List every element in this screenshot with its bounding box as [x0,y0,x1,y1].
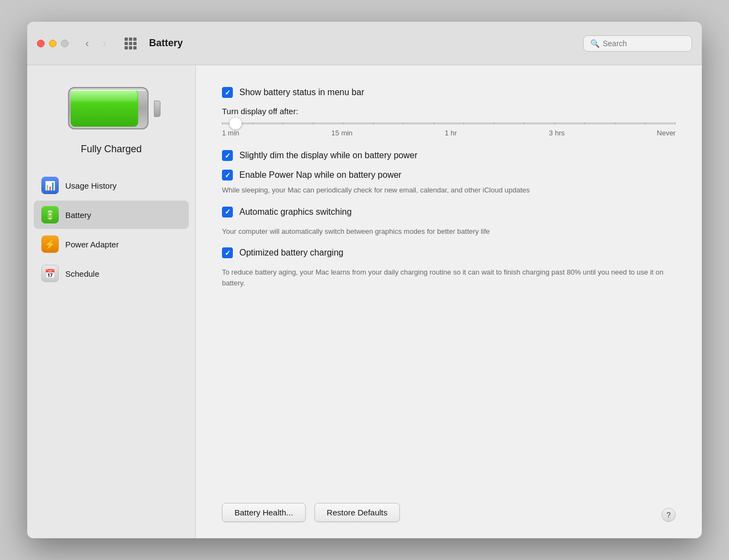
schedule-icon: 📅 [41,265,59,282]
titlebar: ‹ › Battery 🔍 [27,22,702,65]
restore-defaults-button[interactable]: Restore Defaults [314,503,400,522]
auto-graphics-row: Automatic graphics switching [222,207,676,217]
display-off-section: Turn display off after: [222,107,676,137]
search-icon: 🔍 [590,39,600,48]
slider-label-3hrs: 3 hrs [549,129,565,137]
power-adapter-label: Power Adapter [65,240,119,249]
close-button[interactable] [37,40,45,47]
main-window: ‹ › Battery 🔍 [27,22,702,538]
forward-icon: › [103,37,107,49]
buttons-row: Battery Health... Restore Defaults [222,503,400,522]
maximize-button[interactable] [61,40,69,47]
nav-buttons: ‹ › [79,36,112,51]
bottom-area: Battery Health... Restore Defaults ? [222,492,676,522]
grid-icon [125,38,137,49]
auto-graphics-label: Automatic graphics switching [239,207,351,217]
show-battery-status-row: Show battery status in menu bar [222,87,676,98]
back-button[interactable]: ‹ [79,36,95,51]
display-off-slider-container [222,122,676,125]
auto-graphics-checkbox[interactable] [222,207,233,217]
search-box[interactable]: 🔍 [583,35,692,52]
forward-button[interactable]: › [97,36,112,51]
optimized-charging-checkbox[interactable] [222,247,233,258]
main-content: Fully Charged 📊 Usage History 🔋 Battery [27,65,702,538]
sidebar-item-power-adapter[interactable]: ⚡ Power Adapter [34,230,189,258]
slider-label-15min: 15 min [331,129,353,137]
search-input[interactable] [603,39,679,48]
optimized-charging-label: Optimized battery charging [239,248,343,258]
sidebar-item-battery[interactable]: 🔋 Battery [34,201,189,229]
sidebar-item-usage-history[interactable]: 📊 Usage History [34,171,189,200]
slider-labels: 1 min 15 min 1 hr 3 hrs Never [222,129,676,137]
usage-history-label: Usage History [65,181,116,190]
battery-nav-icon: 🔋 [41,206,59,223]
optimized-charging-row: Optimized battery charging [222,247,676,258]
show-battery-status-checkbox[interactable] [222,87,233,98]
optimized-charging-description: To reduce battery aging, your Mac learns… [222,267,676,288]
back-icon: ‹ [85,37,89,49]
power-nap-description: While sleeping, your Mac can periodicall… [222,185,676,196]
display-off-slider-track [222,122,676,125]
slider-ticks [222,122,676,125]
battery-illustration [68,87,155,130]
right-panel: Show battery status in menu bar Turn dis… [196,65,702,538]
sidebar-item-schedule[interactable]: 📅 Schedule [34,259,189,288]
page-title: Battery [149,38,577,49]
auto-graphics-description: Your computer will automatically switch … [222,226,676,237]
slider-label-never: Never [657,129,676,137]
slightly-dim-label: Slightly dim the display while on batter… [239,151,417,160]
sidebar: Fully Charged 📊 Usage History 🔋 Battery [27,65,196,538]
power-nap-row: Enable Power Nap while on battery power [222,170,676,181]
display-off-label: Turn display off after: [222,107,676,116]
battery-icon [68,87,155,130]
display-off-slider-thumb[interactable] [230,117,242,129]
schedule-label: Schedule [65,269,100,278]
power-nap-checkbox[interactable] [222,170,233,181]
usage-history-icon: 📊 [41,177,59,194]
slider-label-1hr: 1 hr [444,129,456,137]
slider-label-1min: 1 min [222,129,239,137]
show-battery-status-label: Show battery status in menu bar [239,88,364,97]
sidebar-nav: 📊 Usage History 🔋 Battery ⚡ Power Adapte… [27,171,195,288]
power-nap-label: Enable Power Nap while on battery power [239,170,401,180]
power-adapter-icon: ⚡ [41,235,59,253]
grid-view-button[interactable] [121,34,140,53]
battery-status-label: Fully Charged [81,144,141,155]
battery-label: Battery [65,210,91,220]
battery-health-button[interactable]: Battery Health... [222,503,306,522]
traffic-lights [37,40,69,47]
minimize-button[interactable] [49,40,57,47]
slightly-dim-checkbox[interactable] [222,150,233,161]
help-button[interactable]: ? [662,508,676,522]
slightly-dim-row: Slightly dim the display while on batter… [222,150,676,161]
